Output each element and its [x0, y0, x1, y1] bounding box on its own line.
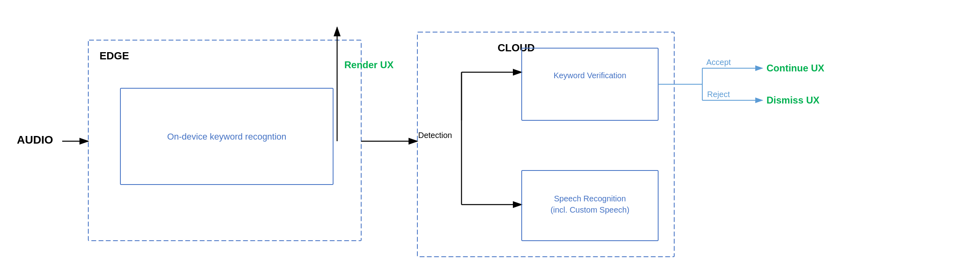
keyword-verification-label: Keyword Verification: [553, 71, 626, 80]
diagram-container: AUDIO EDGE On-device keyword recogntion …: [0, 0, 980, 280]
render-ux-label: Render UX: [344, 59, 394, 70]
speech-recognition-label-1: Speech Recognition: [554, 194, 626, 203]
on-device-label: On-device keyword recogntion: [167, 132, 286, 142]
detection-label: Detection: [418, 131, 452, 140]
edge-label: EDGE: [100, 50, 129, 62]
svg-rect-9: [522, 48, 658, 120]
continue-ux-label: Continue UX: [767, 63, 824, 73]
reject-label: Reject: [707, 90, 730, 99]
audio-label: AUDIO: [17, 134, 53, 146]
accept-label: Accept: [706, 58, 731, 67]
dismiss-ux-label: Dismiss UX: [767, 95, 819, 106]
speech-recognition-label-2: (incl. Custom Speech): [551, 205, 630, 214]
svg-rect-4: [417, 32, 674, 257]
